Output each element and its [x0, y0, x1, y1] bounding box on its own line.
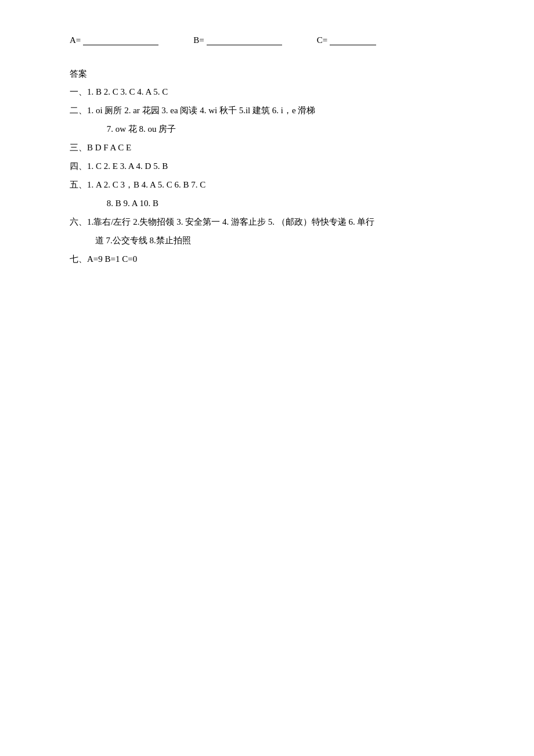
answers-title: 答案 [70, 69, 464, 80]
answer-wu-line1: 五、1. A 2. C 3，B 4. A 5. C 6. B 7. C [70, 176, 464, 193]
answer-er-line2: 7. ow 花 8. ou 房子 [70, 120, 464, 138]
formula-b: B= [193, 35, 282, 45]
a-label: A= [70, 35, 81, 45]
answer-liu-line2: 道 7.公交专线 8.禁止拍照 [70, 232, 464, 249]
c-label: C= [317, 35, 327, 45]
formula-c: C= [317, 35, 376, 45]
formula-a: A= [70, 35, 158, 45]
b-label: B= [193, 35, 204, 45]
a-underline [83, 35, 158, 45]
answer-si: 四、1. C 2. E 3. A 4. D 5. B [70, 157, 464, 175]
answer-qi: 七、A=9 B=1 C=0 [70, 250, 464, 268]
answer-liu-line1: 六、1.靠右/左行 2.失物招领 3. 安全第一 4. 游客止步 5. （邮政）… [70, 213, 464, 231]
answer-er-line1: 二、1. oi 厕所 2. ar 花园 3. ea 阅读 4. wi 秋千 5.… [70, 102, 464, 119]
c-underline [330, 35, 376, 45]
b-underline [207, 35, 282, 45]
answers-section: 答案 一、1. B 2. C 3. C 4. A 5. C 二、1. oi 厕所… [70, 69, 464, 268]
answer-yi: 一、1. B 2. C 3. C 4. A 5. C [70, 83, 464, 100]
page: A= B= C= 答案 一、1. B 2. C 3. C 4. A 5. C 二… [0, 0, 534, 304]
answer-san: 三、B D F A C E [70, 139, 464, 156]
formula-row: A= B= C= [70, 35, 464, 45]
answer-wu-line2: 8. B 9. A 10. B [70, 195, 464, 212]
